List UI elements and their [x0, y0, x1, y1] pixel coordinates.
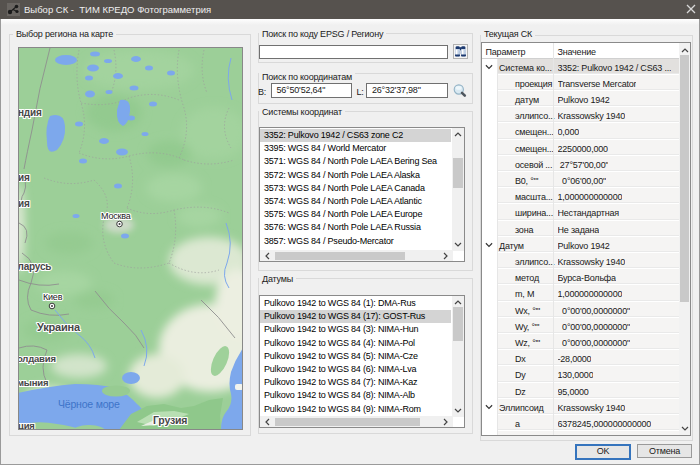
svg-text:Москва: Москва	[101, 211, 131, 221]
svg-text:Грузия: Грузия	[153, 414, 187, 426]
svg-text:Чёрное море: Чёрное море	[58, 398, 120, 410]
svg-text:ндия: ндия	[19, 107, 42, 118]
svg-text:ия: ия	[19, 172, 30, 183]
svg-text:Украина: Украина	[37, 321, 81, 333]
svg-text:мыния: мыния	[19, 377, 48, 388]
svg-text:ия: ия	[19, 198, 30, 209]
svg-text:олдавия: олдавия	[19, 353, 56, 364]
svg-text:ларусь: ларусь	[19, 261, 51, 272]
svg-text:Киев: Киев	[43, 292, 63, 302]
svg-text:ция: ция	[19, 420, 35, 429]
